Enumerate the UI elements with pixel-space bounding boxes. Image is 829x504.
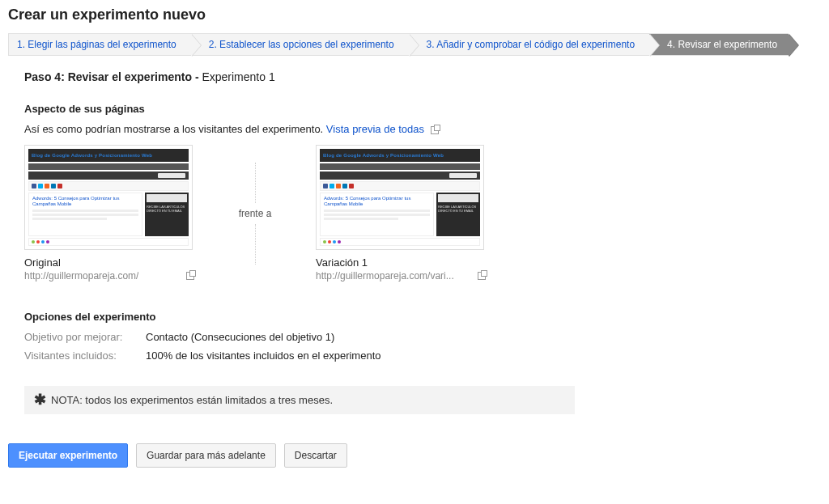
option-key: Visitantes incluidos: <box>24 349 146 362</box>
save-for-later-button[interactable]: Guardar para más adelante <box>136 443 276 468</box>
note-box: ✱ NOTA: todos los experimentos están lim… <box>24 386 575 414</box>
appearance-intro-text: Así es como podrían mostrarse a los visi… <box>24 123 323 135</box>
compare-divider: frente a <box>194 163 316 265</box>
option-value: Contacto (Consecuciones del objetivo 1) <box>146 331 334 343</box>
step-1[interactable]: 1. Elegir las páginas del experimento <box>8 33 191 56</box>
options-title: Opciones del experimento <box>24 311 821 323</box>
variation-thumbnail[interactable]: Blog de Google Adwords y Posicionamiento… <box>316 145 484 250</box>
original-column: Blog de Google Adwords y Posicionamiento… <box>24 145 194 282</box>
step-4: 4. Revisar el experimento <box>649 33 789 56</box>
note-text: NOTA: todos los experimentos están limit… <box>51 394 333 406</box>
preview-all-link[interactable]: Vista previa de todas <box>326 123 424 135</box>
popout-icon[interactable] <box>431 126 439 134</box>
page-title: Crear un experimento nuevo <box>8 6 821 23</box>
option-key: Objetivo por mejorar: <box>24 331 146 343</box>
step-header: Paso 4: Revisar el experimento - Experim… <box>24 70 821 83</box>
original-label: Original <box>24 256 194 269</box>
options-table: Objetivo por mejorar: Contacto (Consecuc… <box>24 331 821 362</box>
appearance-intro-line: Así es como podrían mostrarse a los visi… <box>24 123 821 135</box>
option-value: 100% de los visitantes incluidos en el e… <box>146 349 381 362</box>
original-thumbnail[interactable]: Blog de Google Adwords y Posicionamiento… <box>24 145 193 250</box>
experiment-name: Experimento 1 <box>202 70 274 83</box>
variation-url: http://guillermopareja.com/vari... <box>316 270 454 282</box>
appearance-title: Aspecto de sus páginas <box>24 103 821 115</box>
run-experiment-button[interactable]: Ejecutar experimento <box>8 443 128 468</box>
action-buttons: Ejecutar experimento Guardar para más ad… <box>8 443 821 468</box>
option-row-visitors: Visitantes incluidos: 100% de los visita… <box>24 349 821 362</box>
step-3[interactable]: 3. Añadir y comprobar el código del expe… <box>409 33 649 56</box>
vs-label: frente a <box>239 208 272 219</box>
discard-button[interactable]: Descartar <box>284 443 347 468</box>
variation-popout-icon[interactable] <box>478 272 486 280</box>
variation-column: Blog de Google Adwords y Posicionamiento… <box>316 145 486 282</box>
variation-label: Variación 1 <box>316 256 486 269</box>
original-popout-icon[interactable] <box>186 272 194 280</box>
option-row-objective: Objetivo por mejorar: Contacto (Consecuc… <box>24 331 821 343</box>
thumb-headline: Adwords: 5 Consejos para Optimizar tus C… <box>32 196 138 207</box>
original-url: http://guillermopareja.com/ <box>24 270 138 282</box>
compare-row: Blog de Google Adwords y Posicionamiento… <box>24 145 821 282</box>
asterisk-icon: ✱ <box>34 395 46 405</box>
step-2[interactable]: 2. Establecer las opciones del experimen… <box>191 33 409 56</box>
step-header-prefix: Paso 4: Revisar el experimento - <box>24 70 202 83</box>
wizard-steps: 1. Elegir las páginas del experimento 2.… <box>8 33 821 56</box>
thumb-headline: Adwords: 5 Consejos para Optimizar tus C… <box>324 196 430 207</box>
